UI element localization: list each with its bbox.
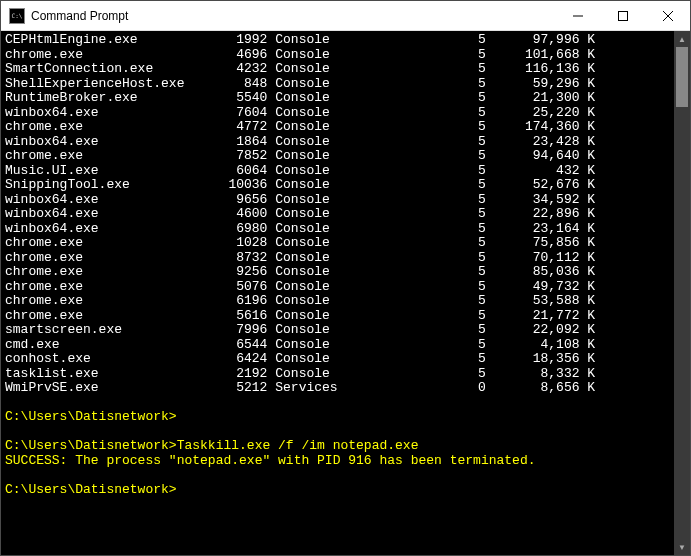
process-mem: 94,640 — [486, 149, 580, 164]
process-unit: K — [580, 251, 596, 266]
process-row: chrome.exe 1028 Console 5 75,856 K — [5, 236, 674, 251]
process-name: RuntimeBroker.exe — [5, 91, 205, 106]
process-pid: 9256 — [205, 265, 267, 280]
process-row: conhost.exe 6424 Console 5 18,356 K — [5, 352, 674, 367]
process-session: Console — [267, 106, 400, 121]
process-row: winbox64.exe 7604 Console 5 25,220 K — [5, 106, 674, 121]
process-session: Console — [267, 294, 400, 309]
process-row: chrome.exe 6196 Console 5 53,588 K — [5, 294, 674, 309]
process-mem: 101,668 — [486, 48, 580, 63]
process-name: Music.UI.exe — [5, 164, 205, 179]
terminal-area: CEPHtmlEngine.exe 1992 Console 5 97,996 … — [1, 31, 690, 555]
process-session: Console — [267, 251, 400, 266]
process-unit: K — [580, 164, 596, 179]
process-pid: 1864 — [205, 135, 267, 150]
window-title: Command Prompt — [31, 9, 555, 23]
process-name: chrome.exe — [5, 294, 205, 309]
process-unit: K — [580, 178, 596, 193]
process-session: Console — [267, 367, 400, 382]
process-session-num: 5 — [400, 323, 486, 338]
process-session-num: 5 — [400, 280, 486, 295]
process-session-num: 5 — [400, 222, 486, 237]
process-row: chrome.exe 8732 Console 5 70,112 K — [5, 251, 674, 266]
process-name: chrome.exe — [5, 236, 205, 251]
scrollbar[interactable]: ▲ ▼ — [674, 31, 690, 555]
process-mem: 18,356 — [486, 352, 580, 367]
process-unit: K — [580, 367, 596, 382]
process-session: Console — [267, 135, 400, 150]
process-pid: 1992 — [205, 33, 267, 48]
scroll-up-button[interactable]: ▲ — [674, 31, 690, 47]
process-row: chrome.exe 5076 Console 5 49,732 K — [5, 280, 674, 295]
process-session-num: 5 — [400, 149, 486, 164]
process-session-num: 5 — [400, 77, 486, 92]
process-session-num: 5 — [400, 91, 486, 106]
process-pid: 6544 — [205, 338, 267, 353]
process-name: conhost.exe — [5, 352, 205, 367]
process-name: chrome.exe — [5, 309, 205, 324]
process-row: winbox64.exe 6980 Console 5 23,164 K — [5, 222, 674, 237]
process-row: CEPHtmlEngine.exe 1992 Console 5 97,996 … — [5, 33, 674, 48]
process-mem: 23,428 — [486, 135, 580, 150]
process-row: SnippingTool.exe 10036 Console 5 52,676 … — [5, 178, 674, 193]
process-pid: 5540 — [205, 91, 267, 106]
process-name: chrome.exe — [5, 265, 205, 280]
terminal-output[interactable]: CEPHtmlEngine.exe 1992 Console 5 97,996 … — [1, 31, 674, 555]
process-pid: 6424 — [205, 352, 267, 367]
process-name: winbox64.exe — [5, 207, 205, 222]
process-name: chrome.exe — [5, 48, 205, 63]
command-line: C:\Users\Datisnetwork>Taskkill.exe /f /i… — [5, 439, 674, 454]
process-mem: 23,164 — [486, 222, 580, 237]
maximize-button[interactable] — [600, 1, 645, 30]
window-controls — [555, 1, 690, 30]
process-name: winbox64.exe — [5, 193, 205, 208]
scrollbar-thumb[interactable] — [676, 47, 688, 107]
process-session-num: 5 — [400, 135, 486, 150]
process-mem: 34,592 — [486, 193, 580, 208]
process-pid: 848 — [205, 77, 267, 92]
process-name: CEPHtmlEngine.exe — [5, 33, 205, 48]
process-session: Console — [267, 280, 400, 295]
close-button[interactable] — [645, 1, 690, 30]
process-name: winbox64.exe — [5, 135, 205, 150]
process-unit: K — [580, 352, 596, 367]
process-row: chrome.exe 5616 Console 5 21,772 K — [5, 309, 674, 324]
scroll-down-button[interactable]: ▼ — [674, 539, 690, 555]
process-unit: K — [580, 193, 596, 208]
process-session-num: 5 — [400, 251, 486, 266]
process-pid: 8732 — [205, 251, 267, 266]
process-mem: 21,300 — [486, 91, 580, 106]
process-mem: 4,108 — [486, 338, 580, 353]
titlebar[interactable]: Command Prompt — [1, 1, 690, 31]
process-mem: 75,856 — [486, 236, 580, 251]
process-row: smartscreen.exe 7996 Console 5 22,092 K — [5, 323, 674, 338]
process-unit: K — [580, 120, 596, 135]
process-pid: 4232 — [205, 62, 267, 77]
minimize-button[interactable] — [555, 1, 600, 30]
process-session: Console — [267, 164, 400, 179]
process-unit: K — [580, 62, 596, 77]
process-session-num: 5 — [400, 367, 486, 382]
process-pid: 6980 — [205, 222, 267, 237]
process-row: cmd.exe 6544 Console 5 4,108 K — [5, 338, 674, 353]
process-pid: 6196 — [205, 294, 267, 309]
process-row: chrome.exe 4696 Console 5 101,668 K — [5, 48, 674, 63]
process-pid: 10036 — [205, 178, 267, 193]
process-session: Console — [267, 62, 400, 77]
process-session: Console — [267, 352, 400, 367]
process-unit: K — [580, 265, 596, 280]
process-mem: 174,360 — [486, 120, 580, 135]
process-unit: K — [580, 338, 596, 353]
process-unit: K — [580, 222, 596, 237]
prompt-line[interactable]: C:\Users\Datisnetwork> — [5, 483, 674, 498]
process-pid: 7604 — [205, 106, 267, 121]
process-name: ShellExperienceHost.exe — [5, 77, 205, 92]
process-mem: 8,656 — [486, 381, 580, 396]
process-session-num: 5 — [400, 48, 486, 63]
process-name: tasklist.exe — [5, 367, 205, 382]
process-pid: 4696 — [205, 48, 267, 63]
process-session-num: 5 — [400, 338, 486, 353]
process-mem: 97,996 — [486, 33, 580, 48]
process-name: cmd.exe — [5, 338, 205, 353]
process-mem: 21,772 — [486, 309, 580, 324]
